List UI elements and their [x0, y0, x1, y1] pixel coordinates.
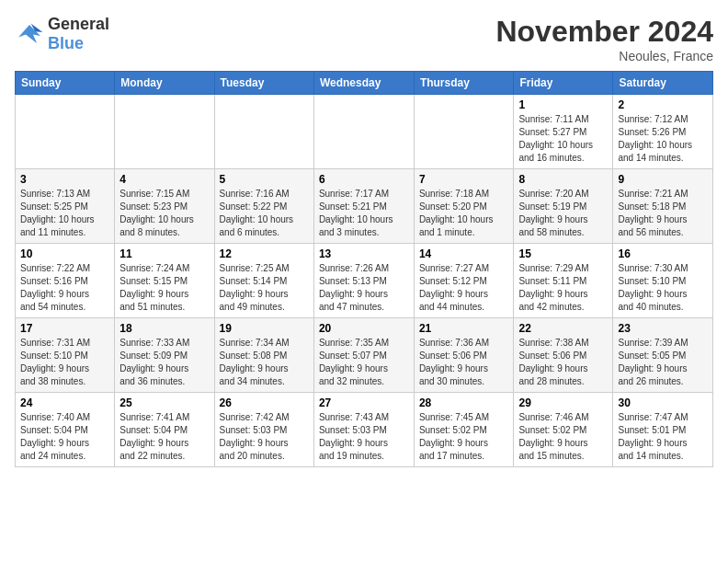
day-number: 11 — [119, 247, 209, 260]
column-header-tuesday: Tuesday — [214, 72, 313, 95]
calendar-cell: 18Sunrise: 7:33 AM Sunset: 5:09 PM Dayli… — [115, 318, 214, 393]
page-header: General Blue November 2024 Neoules, Fran… — [15, 15, 713, 63]
day-info: Sunrise: 7:15 AM Sunset: 5:23 PM Dayligh… — [119, 188, 209, 239]
day-info: Sunrise: 7:46 AM Sunset: 5:02 PM Dayligh… — [518, 411, 608, 463]
day-number: 22 — [518, 322, 608, 335]
day-info: Sunrise: 7:29 AM Sunset: 5:11 PM Dayligh… — [518, 262, 608, 314]
title-block: November 2024 Neoules, France — [495, 15, 713, 63]
day-number: 18 — [119, 322, 209, 335]
calendar-cell: 14Sunrise: 7:27 AM Sunset: 5:12 PM Dayli… — [414, 244, 514, 318]
day-number: 17 — [20, 322, 109, 335]
day-number: 3 — [20, 173, 109, 186]
day-info: Sunrise: 7:25 AM Sunset: 5:14 PM Dayligh… — [220, 262, 309, 314]
day-number: 21 — [419, 322, 509, 335]
logo: General Blue — [15, 15, 109, 53]
calendar-cell — [414, 95, 514, 169]
day-info: Sunrise: 7:45 AM Sunset: 5:02 PM Dayligh… — [419, 411, 509, 463]
calendar-table: SundayMondayTuesdayWednesdayThursdayFrid… — [15, 71, 713, 467]
calendar-cell: 25Sunrise: 7:41 AM Sunset: 5:04 PM Dayli… — [115, 393, 214, 467]
day-info: Sunrise: 7:31 AM Sunset: 5:10 PM Dayligh… — [20, 337, 109, 388]
calendar-cell: 21Sunrise: 7:36 AM Sunset: 5:06 PM Dayli… — [414, 318, 514, 393]
day-number: 23 — [618, 322, 708, 335]
day-number: 24 — [20, 396, 109, 409]
day-info: Sunrise: 7:20 AM Sunset: 5:19 PM Dayligh… — [518, 188, 608, 239]
day-info: Sunrise: 7:42 AM Sunset: 5:03 PM Dayligh… — [220, 411, 309, 463]
calendar-cell: 13Sunrise: 7:26 AM Sunset: 5:13 PM Dayli… — [313, 244, 414, 318]
day-info: Sunrise: 7:30 AM Sunset: 5:10 PM Dayligh… — [618, 262, 708, 314]
day-info: Sunrise: 7:17 AM Sunset: 5:21 PM Dayligh… — [319, 188, 409, 239]
calendar-cell: 7Sunrise: 7:18 AM Sunset: 5:20 PM Daylig… — [414, 169, 514, 244]
day-info: Sunrise: 7:27 AM Sunset: 5:12 PM Dayligh… — [419, 262, 509, 314]
calendar-cell: 29Sunrise: 7:46 AM Sunset: 5:02 PM Dayli… — [514, 393, 613, 467]
calendar-cell: 2Sunrise: 7:12 AM Sunset: 5:26 PM Daylig… — [613, 95, 713, 169]
calendar-cell — [214, 95, 313, 169]
calendar-cell — [115, 95, 214, 169]
day-number: 7 — [419, 173, 509, 186]
calendar-cell: 15Sunrise: 7:29 AM Sunset: 5:11 PM Dayli… — [514, 244, 613, 318]
calendar-cell: 8Sunrise: 7:20 AM Sunset: 5:19 PM Daylig… — [514, 169, 613, 244]
calendar-week-row: 17Sunrise: 7:31 AM Sunset: 5:10 PM Dayli… — [16, 318, 713, 393]
day-info: Sunrise: 7:11 AM Sunset: 5:27 PM Dayligh… — [518, 113, 608, 165]
day-number: 12 — [220, 247, 309, 260]
calendar-cell: 26Sunrise: 7:42 AM Sunset: 5:03 PM Dayli… — [214, 393, 313, 467]
calendar-week-row: 10Sunrise: 7:22 AM Sunset: 5:16 PM Dayli… — [16, 244, 713, 318]
day-number: 15 — [518, 247, 608, 260]
calendar-cell: 1Sunrise: 7:11 AM Sunset: 5:27 PM Daylig… — [514, 95, 613, 169]
calendar-cell: 6Sunrise: 7:17 AM Sunset: 5:21 PM Daylig… — [313, 169, 414, 244]
calendar-cell: 5Sunrise: 7:16 AM Sunset: 5:22 PM Daylig… — [214, 169, 313, 244]
day-info: Sunrise: 7:47 AM Sunset: 5:01 PM Dayligh… — [618, 411, 708, 463]
day-info: Sunrise: 7:43 AM Sunset: 5:03 PM Dayligh… — [319, 411, 409, 463]
calendar-cell — [16, 95, 115, 169]
calendar-cell: 30Sunrise: 7:47 AM Sunset: 5:01 PM Dayli… — [613, 393, 713, 467]
day-number: 6 — [319, 173, 409, 186]
day-info: Sunrise: 7:34 AM Sunset: 5:08 PM Dayligh… — [220, 337, 309, 388]
day-number: 30 — [618, 396, 708, 409]
column-header-saturday: Saturday — [613, 72, 713, 95]
calendar-cell: 16Sunrise: 7:30 AM Sunset: 5:10 PM Dayli… — [613, 244, 713, 318]
day-info: Sunrise: 7:12 AM Sunset: 5:26 PM Dayligh… — [618, 113, 708, 165]
logo-text: General Blue — [48, 15, 109, 53]
day-info: Sunrise: 7:41 AM Sunset: 5:04 PM Dayligh… — [119, 411, 209, 463]
calendar-cell: 22Sunrise: 7:38 AM Sunset: 5:06 PM Dayli… — [514, 318, 613, 393]
day-number: 2 — [618, 98, 708, 111]
day-info: Sunrise: 7:35 AM Sunset: 5:07 PM Dayligh… — [319, 337, 409, 388]
day-number: 14 — [419, 247, 509, 260]
day-info: Sunrise: 7:26 AM Sunset: 5:13 PM Dayligh… — [319, 262, 409, 314]
day-number: 1 — [518, 98, 608, 111]
logo-icon — [15, 21, 44, 47]
day-number: 26 — [220, 396, 309, 409]
calendar-header-row: SundayMondayTuesdayWednesdayThursdayFrid… — [16, 72, 713, 95]
calendar-cell: 4Sunrise: 7:15 AM Sunset: 5:23 PM Daylig… — [115, 169, 214, 244]
day-info: Sunrise: 7:13 AM Sunset: 5:25 PM Dayligh… — [20, 188, 109, 239]
calendar-cell: 3Sunrise: 7:13 AM Sunset: 5:25 PM Daylig… — [16, 169, 115, 244]
calendar-cell: 28Sunrise: 7:45 AM Sunset: 5:02 PM Dayli… — [414, 393, 514, 467]
day-number: 5 — [220, 173, 309, 186]
day-number: 10 — [20, 247, 109, 260]
day-info: Sunrise: 7:21 AM Sunset: 5:18 PM Dayligh… — [618, 188, 708, 239]
svg-marker-0 — [18, 25, 40, 43]
day-number: 25 — [119, 396, 209, 409]
day-info: Sunrise: 7:40 AM Sunset: 5:04 PM Dayligh… — [20, 411, 109, 463]
calendar-week-row: 24Sunrise: 7:40 AM Sunset: 5:04 PM Dayli… — [16, 393, 713, 467]
day-number: 19 — [220, 322, 309, 335]
calendar-cell: 10Sunrise: 7:22 AM Sunset: 5:16 PM Dayli… — [16, 244, 115, 318]
month-title: November 2024 — [495, 15, 713, 49]
calendar-cell: 12Sunrise: 7:25 AM Sunset: 5:14 PM Dayli… — [214, 244, 313, 318]
day-info: Sunrise: 7:36 AM Sunset: 5:06 PM Dayligh… — [419, 337, 509, 388]
calendar-cell: 19Sunrise: 7:34 AM Sunset: 5:08 PM Dayli… — [214, 318, 313, 393]
calendar-week-row: 3Sunrise: 7:13 AM Sunset: 5:25 PM Daylig… — [16, 169, 713, 244]
day-number: 9 — [618, 173, 708, 186]
column-header-wednesday: Wednesday — [313, 72, 414, 95]
day-info: Sunrise: 7:39 AM Sunset: 5:05 PM Dayligh… — [618, 337, 708, 388]
calendar-cell — [313, 95, 414, 169]
day-info: Sunrise: 7:24 AM Sunset: 5:15 PM Dayligh… — [119, 262, 209, 314]
day-number: 27 — [319, 396, 409, 409]
calendar-cell: 27Sunrise: 7:43 AM Sunset: 5:03 PM Dayli… — [313, 393, 414, 467]
calendar-week-row: 1Sunrise: 7:11 AM Sunset: 5:27 PM Daylig… — [16, 95, 713, 169]
day-info: Sunrise: 7:22 AM Sunset: 5:16 PM Dayligh… — [20, 262, 109, 314]
day-info: Sunrise: 7:16 AM Sunset: 5:22 PM Dayligh… — [220, 188, 309, 239]
day-info: Sunrise: 7:18 AM Sunset: 5:20 PM Dayligh… — [419, 188, 509, 239]
calendar-cell: 11Sunrise: 7:24 AM Sunset: 5:15 PM Dayli… — [115, 244, 214, 318]
calendar-cell: 24Sunrise: 7:40 AM Sunset: 5:04 PM Dayli… — [16, 393, 115, 467]
day-number: 16 — [618, 247, 708, 260]
